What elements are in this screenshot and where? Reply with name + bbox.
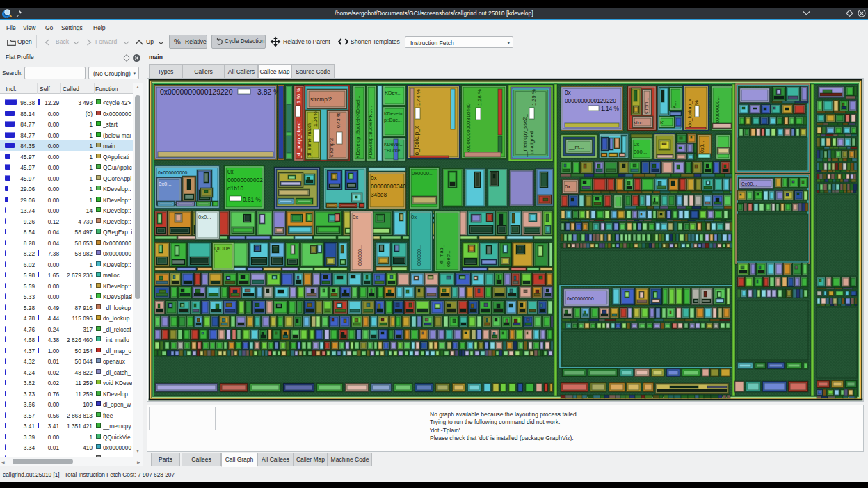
svg-text:0.61 %: 0.61 % bbox=[243, 196, 261, 203]
svg-text:0x0000...: 0x0000... bbox=[412, 170, 433, 177]
svg-text:0x: 0x bbox=[353, 214, 358, 220]
svg-text:00000000340: 00000000340 bbox=[371, 183, 406, 190]
svg-text:0000000000129220: 0000000000129220 bbox=[565, 97, 616, 104]
svg-text:0x0...: 0x0... bbox=[159, 181, 172, 187]
svg-text:KDevelop::Bucket<KDevel...: KDevelop::Bucket<KDevel... bbox=[355, 96, 361, 159]
svg-text:do_lookup_x: do_lookup_x bbox=[687, 99, 693, 127]
svg-text:d1b10: d1b10 bbox=[227, 185, 243, 192]
svg-text:34be8: 34be8 bbox=[371, 191, 387, 198]
svg-text:0x: 0x bbox=[565, 89, 572, 96]
svg-text:_dl_map_: _dl_map_ bbox=[438, 244, 444, 268]
svg-text:object...: object... bbox=[445, 250, 451, 267]
svg-text:0x...: 0x... bbox=[565, 184, 574, 190]
svg-text:unaligned: unaligned bbox=[529, 131, 535, 154]
svg-text:p::Buc...: p::Buc... bbox=[384, 117, 402, 123]
svg-text:0x00000000...: 0x00000000... bbox=[567, 296, 597, 301]
svg-text:1.39 %: 1.39 % bbox=[531, 89, 537, 106]
svg-text:3.82 %: 3.82 % bbox=[257, 88, 280, 96]
svg-text:00000000002: 00000000002 bbox=[227, 177, 263, 184]
svg-text:KDevelop::Bucket<KD...: KDevelop::Bucket<KD... bbox=[368, 106, 373, 158]
svg-text:0x0...: 0x0... bbox=[699, 140, 705, 153]
svg-text:0x000000000...: 0x000000000... bbox=[158, 170, 191, 175]
svg-text:strc...: strc... bbox=[634, 120, 647, 126]
svg-text:__m...: __m... bbox=[568, 144, 584, 150]
svg-text:KDev...: KDev... bbox=[385, 90, 401, 96]
svg-text:::Bucke...: ::Bucke... bbox=[384, 148, 404, 153]
svg-text:KDevel...: KDevel... bbox=[384, 142, 403, 147]
svg-text:0x00...: 0x00... bbox=[741, 181, 757, 187]
svg-text:1.44 %: 1.44 % bbox=[415, 89, 421, 106]
svg-text:0x0000000000129220: 0x0000000000129220 bbox=[160, 88, 233, 96]
svg-text:0x0...: 0x0... bbox=[198, 214, 211, 220]
svg-text:_dl_name_match_: _dl_name_match_ bbox=[307, 120, 312, 160]
svg-text:1.14 %: 1.14 % bbox=[601, 105, 619, 112]
svg-text:0x: 0x bbox=[371, 174, 378, 181]
svg-text:0x: 0x bbox=[411, 214, 417, 220]
svg-text:KDevelo: KDevelo bbox=[384, 111, 403, 116]
svg-text:strcmp'2: strcmp'2 bbox=[310, 96, 332, 103]
svg-text:1.04 %: 1.04 % bbox=[313, 111, 318, 127]
svg-text:1.96 %: 1.96 % bbox=[296, 88, 302, 104]
svg-text:QIODe...: QIODe... bbox=[214, 245, 234, 252]
svg-text:0x0000000...: 0x0000000... bbox=[714, 96, 721, 127]
svg-text:K...: K... bbox=[660, 120, 668, 126]
svg-text:000000...: 000000... bbox=[357, 245, 363, 266]
svg-text:000...: 000... bbox=[634, 149, 647, 155]
svg-text:0x: 0x bbox=[227, 168, 234, 175]
svg-text:0x: 0x bbox=[634, 141, 639, 147]
svg-text:strcm...: strcm... bbox=[643, 97, 650, 114]
svg-text:strcmp'2: strcmp'2 bbox=[328, 138, 335, 157]
svg-text:__memcpy_sse2_: __memcpy_sse2_ bbox=[522, 114, 528, 158]
svg-text:000000...: 000000... bbox=[416, 245, 422, 266]
svg-text:_dl_map_object: _dl_map_object bbox=[296, 120, 302, 159]
svg-text:do_lookup_x: do_lookup_x bbox=[413, 125, 420, 158]
svg-text:K...: K... bbox=[671, 101, 677, 108]
svg-text:0.43 %: 0.43 % bbox=[336, 113, 341, 128]
svg-text:0x000000000031d4e0: 0x000000000031d4e0 bbox=[465, 103, 472, 156]
svg-text:1.28 %: 1.28 % bbox=[476, 89, 483, 106]
